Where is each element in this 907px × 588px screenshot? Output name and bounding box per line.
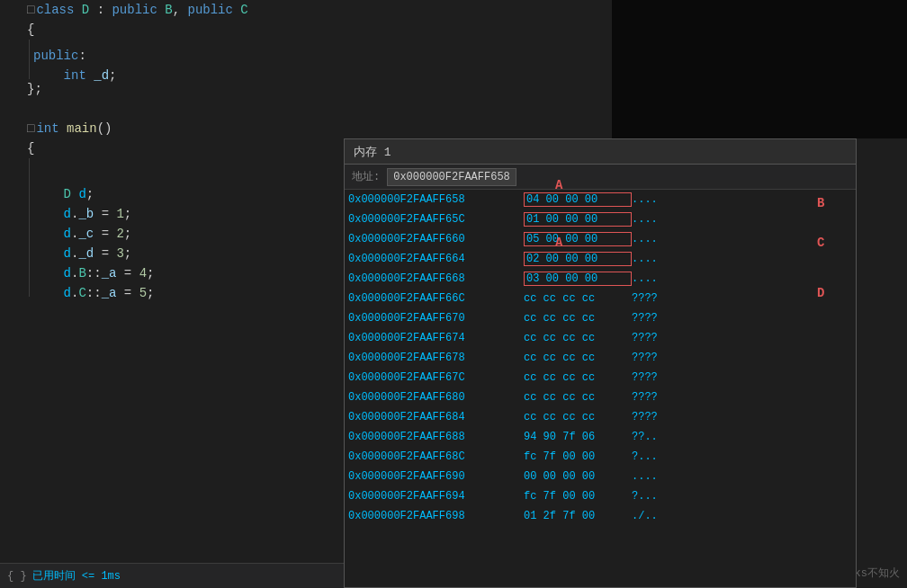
label-c: C xyxy=(817,236,824,250)
status-icon: { } xyxy=(7,570,27,583)
code-line-5: }; xyxy=(0,79,612,99)
code-line-7: □ int main() xyxy=(0,119,612,138)
memory-row-0: 0x000000F2FAAFF65804 00 00 00.... xyxy=(345,190,856,209)
memory-row-15: 0x000000F2FAAFF694fc 7f 00 00?... xyxy=(345,486,856,506)
mem-chars-5: ???? xyxy=(632,292,677,305)
mem-addr-4: 0x000000F2FAAFF668 xyxy=(348,272,524,285)
mem-bytes-4: 03 00 00 00 xyxy=(524,272,632,286)
status-text: 已用时间 <= 1ms xyxy=(32,568,121,584)
mem-addr-8: 0x000000F2FAAFF678 xyxy=(348,352,524,364)
mem-bytes-3: 02 00 00 00 xyxy=(524,252,632,266)
mem-addr-11: 0x000000F2FAAFF684 xyxy=(348,411,524,423)
mem-chars-14: .... xyxy=(632,470,677,483)
mem-chars-9: ???? xyxy=(632,371,677,384)
mem-bytes-13: fc 7f 00 00 xyxy=(524,450,632,463)
mem-chars-12: ??.. xyxy=(632,431,677,443)
mem-addr-12: 0x000000F2FAAFF688 xyxy=(348,431,524,443)
mem-addr-13: 0x000000F2FAAFF68C xyxy=(348,450,524,463)
mem-addr-1: 0x000000F2FAAFF65C xyxy=(348,213,524,226)
mem-addr-6: 0x000000F2FAAFF670 xyxy=(348,312,524,325)
label-a2: A xyxy=(555,236,562,250)
mem-addr-10: 0x000000F2FAAFF680 xyxy=(348,391,524,404)
mem-bytes-15: fc 7f 00 00 xyxy=(524,490,632,503)
collapse-icon-main[interactable]: □ xyxy=(27,119,34,138)
code-line-1: □ class D : public B, public C xyxy=(0,0,612,20)
mem-chars-8: ???? xyxy=(632,352,677,364)
memory-row-13: 0x000000F2FAAFF68Cfc 7f 00 00?... xyxy=(345,447,856,467)
mem-chars-4: .... xyxy=(632,272,677,285)
address-label: 地址: xyxy=(352,169,380,184)
memory-row-16: 0x000000F2FAAFF69801 2f 7f 00./.. xyxy=(345,506,856,526)
mem-chars-0: .... xyxy=(632,193,677,206)
memory-address-bar: 地址: 0x000000F2FAAFF658 xyxy=(345,165,856,190)
memory-row-5: 0x000000F2FAAFF66Ccc cc cc cc???? xyxy=(345,289,856,308)
mem-chars-2: .... xyxy=(632,233,677,245)
mem-bytes-6: cc cc cc cc xyxy=(524,312,632,325)
mem-chars-11: ???? xyxy=(632,411,677,423)
collapse-icon[interactable]: □ xyxy=(27,0,34,20)
mem-addr-2: 0x000000F2FAAFF660 xyxy=(348,233,524,245)
mem-chars-16: ./.. xyxy=(632,510,677,522)
memory-row-8: 0x000000F2FAAFF678cc cc cc cc???? xyxy=(345,348,856,368)
mem-bytes-9: cc cc cc cc xyxy=(524,371,632,384)
mem-bytes-16: 01 2f 7f 00 xyxy=(524,510,632,522)
memory-row-7: 0x000000F2FAAFF674cc cc cc cc???? xyxy=(345,328,856,348)
mem-addr-9: 0x000000F2FAAFF67C xyxy=(348,371,524,384)
mem-bytes-11: cc cc cc cc xyxy=(524,411,632,423)
mem-chars-7: ???? xyxy=(632,332,677,344)
memory-row-4: 0x000000F2FAAFF66803 00 00 00.... xyxy=(345,269,856,289)
memory-row-11: 0x000000F2FAAFF684cc cc cc cc???? xyxy=(345,407,856,427)
mem-bytes-12: 94 90 7f 06 xyxy=(524,431,632,443)
mem-addr-5: 0x000000F2FAAFF66C xyxy=(348,292,524,305)
memory-row-10: 0x000000F2FAAFF680cc cc cc cc???? xyxy=(345,388,856,407)
mem-addr-7: 0x000000F2FAAFF674 xyxy=(348,332,524,344)
label-d: D xyxy=(817,286,824,300)
memory-row-14: 0x000000F2FAAFF69000 00 00 00.... xyxy=(345,467,856,486)
mem-chars-15: ?... xyxy=(632,490,677,503)
mem-bytes-10: cc cc cc cc xyxy=(524,391,632,404)
label-a: A xyxy=(555,178,562,192)
mem-bytes-14: 00 00 00 00 xyxy=(524,470,632,483)
label-b: B xyxy=(817,196,824,210)
mem-addr-14: 0x000000F2FAAFF690 xyxy=(348,470,524,483)
memory-content[interactable]: 0x000000F2FAAFF65804 00 00 00....0x00000… xyxy=(345,190,856,587)
code-line-3: public: xyxy=(0,40,612,59)
mem-bytes-8: cc cc cc cc xyxy=(524,352,632,364)
mem-chars-3: .... xyxy=(632,253,677,265)
memory-row-9: 0x000000F2FAAFF67Ccc cc cc cc???? xyxy=(345,368,856,388)
mem-addr-16: 0x000000F2FAAFF698 xyxy=(348,510,524,522)
mem-addr-0: 0x000000F2FAAFF658 xyxy=(348,193,524,206)
code-line-2: { xyxy=(0,20,612,40)
memory-window[interactable]: 内存 1 地址: 0x000000F2FAAFF658 0x000000F2FA… xyxy=(344,138,857,588)
memory-title: 内存 1 xyxy=(354,144,391,160)
mem-addr-3: 0x000000F2FAAFF664 xyxy=(348,253,524,265)
mem-bytes-1: 01 00 00 00 xyxy=(524,212,632,227)
memory-titlebar: 内存 1 xyxy=(345,139,856,165)
mem-bytes-2: 05 00 00 00 xyxy=(524,232,632,246)
mem-chars-6: ???? xyxy=(632,312,677,325)
memory-row-3: 0x000000F2FAAFF66402 00 00 00.... xyxy=(345,249,856,269)
mem-bytes-7: cc cc cc cc xyxy=(524,332,632,344)
mem-bytes-5: cc cc cc cc xyxy=(524,292,632,305)
memory-row-1: 0x000000F2FAAFF65C01 00 00 00.... xyxy=(345,209,856,229)
dark-panel xyxy=(612,0,907,138)
mem-addr-15: 0x000000F2FAAFF694 xyxy=(348,490,524,503)
mem-chars-1: .... xyxy=(632,213,677,226)
memory-row-12: 0x000000F2FAAFF68894 90 7f 06??.. xyxy=(345,427,856,447)
code-line-6 xyxy=(0,99,612,119)
memory-row-6: 0x000000F2FAAFF670cc cc cc cc???? xyxy=(345,308,856,328)
mem-bytes-0: 04 00 00 00 xyxy=(524,192,632,207)
mem-chars-10: ???? xyxy=(632,391,677,404)
memory-row-2: 0x000000F2FAAFF66005 00 00 00.... xyxy=(345,229,856,249)
address-value[interactable]: 0x000000F2FAAFF658 xyxy=(387,168,516,186)
mem-chars-13: ?... xyxy=(632,450,677,463)
